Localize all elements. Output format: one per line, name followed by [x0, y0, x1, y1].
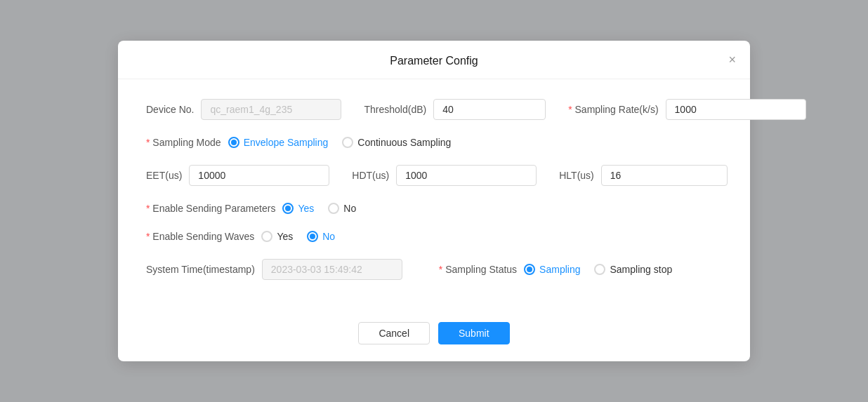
- eet-input[interactable]: [189, 165, 329, 186]
- threshold-label: Threshold(dB): [364, 104, 426, 115]
- sampling-status-stop[interactable]: Sampling stop: [594, 264, 672, 275]
- enable-waves-label: Enable Sending Waves: [146, 231, 254, 242]
- sampling-status-label: Sampling Status: [439, 264, 517, 275]
- envelope-radio-circle: [228, 137, 239, 148]
- status-sampling-circle: [524, 264, 535, 275]
- enable-params-no[interactable]: No: [328, 203, 356, 214]
- system-time-label: System Time(timestamp): [146, 264, 255, 275]
- enable-params-radio-group: Yes No: [282, 203, 356, 214]
- device-no-input[interactable]: [201, 99, 341, 120]
- enable-waves-yes-label: Yes: [277, 231, 293, 242]
- row-enable-waves: Enable Sending Waves Yes No: [146, 231, 722, 242]
- sampling-mode-continuous[interactable]: Continuous Sampling: [342, 137, 451, 148]
- row-system-time-status: System Time(timestamp) Sampling Status S…: [146, 259, 722, 280]
- row-device-threshold-rate: Device No. Threshold(dB) Sampling Rate(k…: [146, 99, 722, 120]
- sampling-mode-radio-group: Envelope Sampling Continuous Sampling: [228, 137, 452, 148]
- hdt-field-group: HDT(us): [352, 165, 537, 186]
- hlt-label: HLT(us): [559, 170, 594, 181]
- enable-params-yes-label: Yes: [298, 203, 314, 214]
- envelope-radio-label: Envelope Sampling: [244, 137, 329, 148]
- enable-waves-radio-group: Yes No: [261, 231, 335, 242]
- status-stop-circle: [594, 264, 605, 275]
- enable-waves-no-label: No: [322, 231, 335, 242]
- hlt-field-group: HLT(us): [559, 165, 728, 186]
- submit-button[interactable]: Submit: [438, 322, 510, 344]
- threshold-input[interactable]: [433, 99, 546, 120]
- row-sampling-mode: Sampling Mode Envelope Sampling Continuo…: [146, 137, 722, 148]
- system-time-field-group: System Time(timestamp): [146, 259, 402, 280]
- cancel-button[interactable]: Cancel: [358, 322, 430, 344]
- dialog-overlay: Parameter Config × Device No. Threshold(…: [0, 0, 868, 402]
- hdt-label: HDT(us): [352, 170, 389, 181]
- device-no-label: Device No.: [146, 104, 194, 115]
- sampling-status-field-group: Sampling Status Sampling Sampling stop: [439, 264, 672, 275]
- sampling-status-sampling[interactable]: Sampling: [524, 264, 580, 275]
- close-button[interactable]: ×: [728, 53, 736, 66]
- enable-params-no-circle: [328, 203, 339, 214]
- sampling-mode-label: Sampling Mode: [146, 137, 221, 148]
- enable-params-yes-circle: [282, 203, 294, 214]
- status-stop-label: Sampling stop: [610, 264, 672, 275]
- status-sampling-label: Sampling: [539, 264, 580, 275]
- enable-waves-no[interactable]: No: [307, 231, 335, 242]
- hdt-input[interactable]: [396, 165, 537, 186]
- enable-params-no-label: No: [343, 203, 356, 214]
- enable-params-yes[interactable]: Yes: [282, 203, 314, 214]
- dialog-body: Device No. Threshold(dB) Sampling Rate(k…: [118, 79, 750, 311]
- enable-waves-yes-circle: [261, 231, 272, 242]
- sampling-status-radio-group: Sampling Sampling stop: [524, 264, 672, 275]
- enable-waves-no-circle: [307, 231, 318, 242]
- row-enable-params: Enable Sending Parameters Yes No: [146, 203, 722, 214]
- sampling-rate-input[interactable]: [666, 99, 806, 120]
- enable-params-label: Enable Sending Parameters: [146, 203, 275, 214]
- eet-label: EET(us): [146, 170, 182, 181]
- eet-field-group: EET(us): [146, 165, 329, 186]
- row-eet-hdt-hlt: EET(us) HDT(us) HLT(us): [146, 165, 722, 186]
- system-time-input[interactable]: [262, 259, 402, 280]
- dialog-title: Parameter Config: [390, 55, 478, 67]
- dialog-footer: Cancel Submit: [118, 311, 750, 361]
- continuous-radio-label: Continuous Sampling: [357, 137, 451, 148]
- parameter-config-dialog: Parameter Config × Device No. Threshold(…: [118, 41, 750, 361]
- dialog-header: Parameter Config ×: [118, 41, 750, 79]
- continuous-radio-circle: [342, 137, 353, 148]
- enable-waves-yes[interactable]: Yes: [261, 231, 293, 242]
- hlt-input[interactable]: [601, 165, 728, 186]
- threshold-field-group: Threshold(dB): [364, 99, 546, 120]
- sampling-rate-label: Sampling Rate(k/s): [568, 104, 658, 115]
- sampling-mode-envelope[interactable]: Envelope Sampling: [228, 137, 329, 148]
- device-field-group: Device No.: [146, 99, 341, 120]
- sampling-rate-field-group: Sampling Rate(k/s): [568, 99, 805, 120]
